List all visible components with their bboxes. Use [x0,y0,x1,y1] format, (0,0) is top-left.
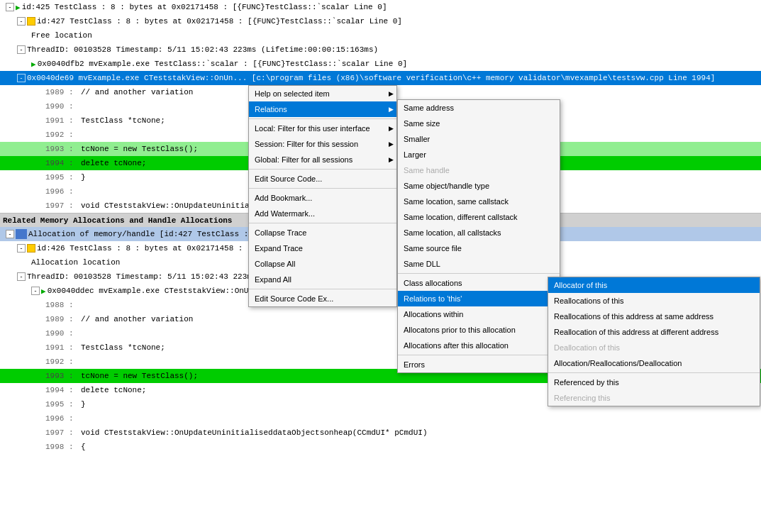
menu-label: Add Watermark... [255,209,315,218]
main-area: - ▶ id:425 TestClass : 8 : bytes at 0x02… [0,0,761,532]
menu-label: Same location, different callstack [404,213,518,221]
menu-item-same-address[interactable]: Same address [398,100,560,116]
menu-item-relations[interactable]: Relations ▶ [249,101,396,117]
menu-item-referencing-this: Referencing this [548,390,760,406]
menu-separator [249,289,396,289]
menu-item-collapse-trace[interactable]: Collapse Trace [249,225,396,240]
menu-item-alloc-realloc-dealloc[interactable]: Allocation/Reallocations/Deallocation [548,355,760,371]
menu-item-deallocation-of-this: Deallocation of this [548,340,760,355]
menu-label: Same location, all callstacks [404,228,501,237]
submenu-arrow: ▶ [389,156,394,163]
menu-label: Same location, same callstack [404,197,509,206]
menu-label: Expand All [255,275,291,284]
menu-label: Same source file [404,244,462,253]
menu-label: Larger [404,150,426,159]
menu-label: Allocations within [404,310,463,318]
menu-label: Collapse Trace [255,228,306,237]
menu-label: Allocator of this [554,281,607,289]
menu-item-same-dll[interactable]: Same DLL [398,256,560,272]
menu-label: Same DLL [404,260,440,268]
menu-label: Smaller [404,135,430,143]
menu-separator [249,223,396,223]
submenu-arrow: ▶ [389,90,394,97]
menu-item-relations-to-this[interactable]: Relations to 'this' ▶ [398,291,560,306]
menu-label: Same address [404,104,454,112]
relations-to-this-submenu[interactable]: Allocator of this Reallocations of this … [548,277,760,406]
menu-item-add-bookmark[interactable]: Add Bookmark... [249,190,396,206]
menu-label: Allocations after this allocation [404,341,509,350]
menu-item-allocations-after[interactable]: Allocations after this allocation ▶ [398,338,560,353]
menu-separator [398,355,560,355]
menu-item-same-object-handle[interactable]: Same object/handle type [398,178,560,194]
menu-label: Relations [255,105,287,113]
menu-item-referenced-by-this[interactable]: Referenced by this [548,375,760,390]
relations-submenu[interactable]: Same address Same size Smaller Larger Sa… [397,99,560,373]
menu-label: Deallocation of this [554,343,620,352]
menu-item-edit-source[interactable]: Edit Source Code... [249,171,396,187]
submenu-arrow: ▶ [389,140,394,148]
menu-item-reallocation-diff-addr[interactable]: Reallocation of this address at differen… [548,324,760,340]
menu-separator [398,273,560,274]
menu-label: Collapse All [255,260,295,268]
menu-item-collapse-all[interactable]: Collapse All [249,256,396,272]
menu-label: Same object/handle type [404,182,489,190]
menu-label: Edit Source Code Ex... [255,294,333,303]
menu-label: Session: Filter for this session [255,140,358,148]
menu-label: Edit Source Code... [255,174,322,183]
menu-item-global-filter[interactable]: Global: Filter for all sessions ▶ [249,152,396,167]
menu-item-session-filter[interactable]: Session: Filter for this session ▶ [249,136,396,152]
menu-label: Add Bookmark... [255,194,312,202]
menu-item-expand-all[interactable]: Expand All [249,272,396,287]
menu-label: Allocation/Reallocations/Deallocation [554,359,682,367]
menu-item-local-filter[interactable]: Local: Filter for this user interface ▶ [249,121,396,136]
menu-label: Global: Filter for all sessions [255,155,352,164]
menu-item-same-loc-diff-cs[interactable]: Same location, different callstack [398,209,560,225]
menu-item-allocations-within[interactable]: Allocations within ▶ [398,306,560,322]
menu-label: Class allocations [404,279,462,287]
menu-item-same-size[interactable]: Same size [398,116,560,131]
menu-label: Errors [404,360,425,369]
menu-item-allocator-of-this[interactable]: Allocator of this [548,277,760,293]
menu-label: Same handle [404,166,450,174]
menu-item-same-loc-all-cs[interactable]: Same location, all callstacks [398,225,560,240]
menu-label: Same size [404,119,440,128]
menu-item-expand-trace[interactable]: Expand Trace [249,240,396,256]
menu-item-class-allocations[interactable]: Class allocations ▶ [398,275,560,291]
menu-label: Allocatons prior to this allocation [404,326,516,334]
menu-item-smaller[interactable]: Smaller [398,131,560,147]
menu-separator [249,188,396,189]
menu-item-add-watermark[interactable]: Add Watermark... [249,206,396,221]
context-menu-overlay: Help on selected item ▶ Relations ▶ Loca… [0,0,761,532]
menu-label: Reallocations of this [554,297,623,305]
menu-separator [249,118,396,119]
menu-item-same-handle: Same handle [398,162,560,178]
menu-item-allocations-prior[interactable]: Allocatons prior to this allocation ▶ [398,322,560,338]
menu-label: Referencing this [554,394,611,402]
menu-item-same-source-file[interactable]: Same source file [398,240,560,256]
menu-separator [249,169,396,170]
menu-separator [548,372,760,373]
submenu-arrow: ▶ [389,106,394,113]
menu-label: Reallocations of this address at same ad… [554,312,713,321]
menu-item-reallocations-same-addr[interactable]: Reallocations of this address at same ad… [548,309,760,324]
menu-label: Referenced by this [554,378,619,387]
menu-label: Relations to 'this' [404,294,462,303]
menu-item-same-loc-same-cs[interactable]: Same location, same callstack [398,194,560,209]
menu-label: Reallocation of this address at differen… [554,328,718,336]
menu-item-help[interactable]: Help on selected item ▶ [249,86,396,101]
menu-item-reallocations-of-this[interactable]: Reallocations of this [548,293,760,309]
menu-item-edit-source-ex[interactable]: Edit Source Code Ex... [249,291,396,306]
menu-label: Help on selected item [255,89,330,98]
submenu-arrow: ▶ [389,125,394,132]
menu-item-larger[interactable]: Larger [398,147,560,162]
menu-label: Expand Trace [255,244,303,253]
menu-label: Local: Filter for this user interface [255,124,370,133]
context-menu[interactable]: Help on selected item ▶ Relations ▶ Loca… [248,85,397,307]
menu-item-errors[interactable]: Errors [398,357,560,372]
